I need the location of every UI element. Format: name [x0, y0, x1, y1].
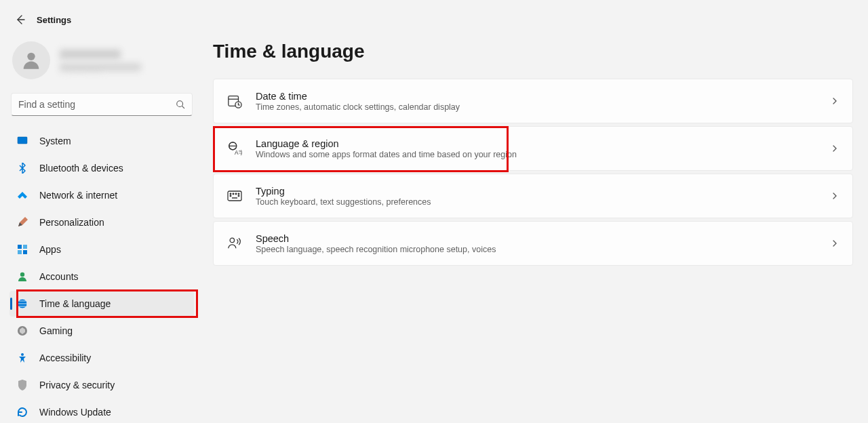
card-typing[interactable]: Typing Touch keyboard, text suggestions,… [213, 174, 853, 218]
personalization-icon [16, 216, 28, 228]
sidebar-item-label: Gaming [39, 325, 73, 336]
card-title: Language & region [256, 138, 831, 149]
svg-point-1 [27, 53, 35, 60]
card-subtitle: Windows and some apps format dates and t… [256, 150, 831, 159]
svg-point-21 [233, 193, 234, 195]
sidebar-item-label: Network & internet [39, 190, 117, 201]
nav-list: System Bluetooth & devices Network & int… [9, 128, 194, 423]
sidebar: redacted redacted System Bluetooth & [0, 27, 203, 423]
sidebar-item-bluetooth[interactable]: Bluetooth & devices [9, 155, 194, 181]
language-region-icon: A字 [227, 141, 242, 156]
sidebar-item-label: Time & language [39, 298, 111, 309]
sidebar-item-label: Bluetooth & devices [39, 163, 123, 174]
sidebar-item-label: Accounts [39, 271, 79, 282]
card-language-region[interactable]: A字 Language & region Windows and some ap… [213, 126, 853, 171]
user-name: redacted [60, 49, 121, 59]
gaming-icon [16, 325, 28, 337]
accounts-icon [16, 270, 28, 283]
svg-point-23 [238, 193, 239, 195]
sidebar-item-label: Personalization [39, 217, 104, 228]
svg-text:A字: A字 [235, 150, 242, 156]
svg-line-3 [182, 106, 184, 108]
svg-point-24 [230, 195, 231, 197]
sidebar-item-system[interactable]: System [9, 128, 194, 154]
sidebar-item-label: Privacy & security [39, 380, 115, 390]
bluetooth-icon [16, 162, 28, 174]
sidebar-item-label: Apps [39, 244, 61, 255]
chevron-right-icon [831, 97, 839, 105]
sidebar-item-gaming[interactable]: Gaming [9, 318, 194, 344]
accessibility-icon [16, 352, 28, 364]
card-speech[interactable]: Speech Speech language, speech recogniti… [213, 221, 853, 266]
svg-rect-6 [18, 245, 22, 249]
speech-icon [227, 236, 242, 251]
date-time-icon [227, 94, 242, 108]
svg-point-13 [21, 353, 24, 356]
card-subtitle: Time zones, automatic clock settings, ca… [256, 102, 831, 112]
card-subtitle: Speech language, speech recognition micr… [256, 245, 831, 254]
sidebar-item-privacy[interactable]: Privacy & security [9, 372, 194, 398]
card-title: Typing [256, 186, 831, 197]
typing-icon [227, 188, 242, 203]
svg-rect-9 [23, 250, 27, 254]
system-icon [16, 135, 28, 147]
svg-point-22 [235, 193, 237, 195]
user-block[interactable]: redacted redacted [9, 37, 194, 86]
page-title: Time & language [213, 41, 853, 62]
sidebar-item-network[interactable]: Network & internet [9, 182, 194, 208]
sidebar-item-personalization[interactable]: Personalization [9, 209, 194, 235]
svg-rect-4 [18, 137, 27, 144]
sidebar-item-windows-update[interactable]: Windows Update [9, 399, 194, 423]
search-input[interactable] [18, 99, 176, 110]
card-subtitle: Touch keyboard, text suggestions, prefer… [256, 197, 831, 207]
svg-rect-8 [18, 250, 22, 254]
sidebar-item-accessibility[interactable]: Accessibility [9, 345, 194, 371]
network-icon [16, 189, 28, 201]
chevron-right-icon [831, 239, 839, 247]
avatar [12, 41, 50, 79]
sidebar-item-label: System [39, 136, 71, 146]
search-box[interactable] [11, 93, 193, 116]
card-list: Date & time Time zones, automatic clock … [213, 79, 853, 266]
svg-point-27 [230, 238, 234, 242]
user-email: redacted [60, 63, 141, 71]
back-button[interactable] [15, 14, 26, 25]
app-title: Settings [37, 15, 71, 25]
time-language-icon [16, 298, 28, 310]
card-title: Speech [256, 233, 831, 244]
svg-rect-7 [23, 245, 27, 249]
card-title: Date & time [256, 91, 831, 102]
sidebar-item-accounts[interactable]: Accounts [9, 264, 194, 289]
privacy-icon [16, 379, 28, 391]
svg-point-10 [20, 273, 24, 277]
windows-update-icon [16, 406, 28, 418]
chevron-right-icon [831, 192, 839, 200]
content-area: Time & language Date & time Time zones, … [203, 27, 868, 423]
card-date-time[interactable]: Date & time Time zones, automatic clock … [213, 79, 853, 123]
sidebar-item-apps[interactable]: Apps [9, 237, 194, 262]
apps-icon [16, 243, 28, 256]
chevron-right-icon [831, 144, 839, 153]
svg-point-25 [238, 195, 239, 197]
search-icon [176, 100, 185, 109]
svg-point-2 [177, 101, 183, 107]
sidebar-item-time-language[interactable]: Time & language [9, 291, 194, 317]
svg-point-20 [230, 193, 231, 195]
sidebar-item-label: Accessibility [39, 352, 91, 363]
sidebar-item-label: Windows Update [39, 407, 111, 418]
